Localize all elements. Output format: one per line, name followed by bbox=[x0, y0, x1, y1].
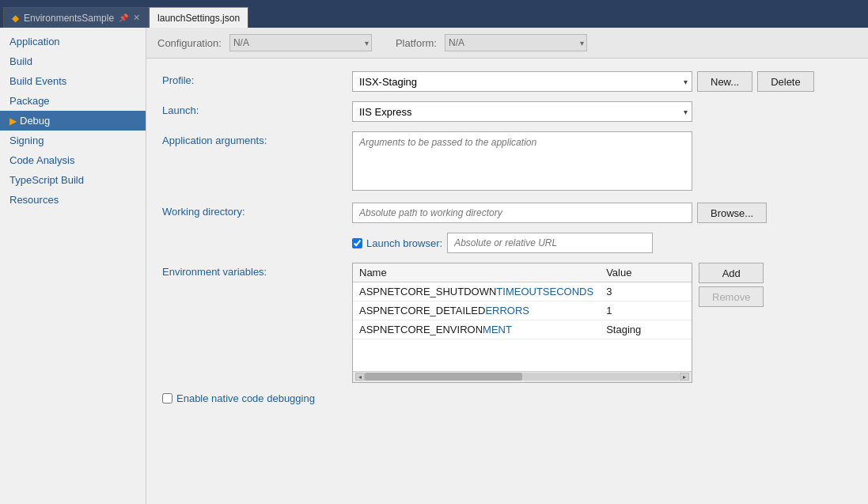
sidebar-item-label: Build Events bbox=[9, 75, 66, 87]
launch-select[interactable]: IIS Express bbox=[352, 101, 692, 122]
sidebar-item-typescript-build[interactable]: TypeScript Build bbox=[0, 170, 146, 190]
env-name-prefix: ASPNETCORE_SHUTDOWN bbox=[359, 286, 496, 297]
enable-native-checkbox[interactable] bbox=[162, 393, 172, 404]
configuration-label: Configuration: bbox=[157, 37, 222, 49]
env-name-prefix: ASPNETCORE_ENVIRON bbox=[359, 324, 483, 335]
env-table: Name Value ASPNETCORE_SHUTDOWNTIMEOUTSEC… bbox=[353, 263, 692, 371]
working-dir-input[interactable] bbox=[352, 203, 692, 223]
content-area: Configuration: N/A Platform: N/A Profile… bbox=[146, 28, 868, 504]
launch-browser-row: Launch browser: bbox=[162, 233, 852, 253]
tab-label-active: launchSettings.json bbox=[157, 13, 240, 24]
sidebar-item-label: Build bbox=[9, 55, 32, 67]
tab-close-icon[interactable]: ✕ bbox=[133, 13, 140, 23]
env-side-buttons: Add Remove bbox=[699, 263, 764, 307]
profile-control: IISX-Staging ▾ New... Delete bbox=[352, 71, 852, 92]
config-bar: Configuration: N/A Platform: N/A bbox=[146, 28, 868, 59]
env-name-suffix: MENT bbox=[483, 324, 512, 335]
launch-browser-checkbox-label: Launch browser: bbox=[352, 237, 442, 249]
sidebar-item-label: Signing bbox=[9, 135, 44, 146]
sidebar-item-resources[interactable]: Resources bbox=[0, 190, 146, 210]
main-layout: Application Build Build Events Package ▶… bbox=[0, 28, 868, 504]
launch-browser-label-spacer bbox=[162, 233, 352, 236]
platform-select[interactable]: N/A bbox=[445, 34, 587, 51]
env-vars-control: Name Value ASPNETCORE_SHUTDOWNTIMEOUTSEC… bbox=[352, 263, 852, 383]
table-row[interactable]: ASPNETCORE_DETAILEDERRORS 1 bbox=[353, 301, 692, 320]
env-name-suffix: ERRORS bbox=[485, 305, 529, 316]
env-name-cell: ASPNETCORE_SHUTDOWNTIMEOUTSECONDS bbox=[353, 282, 600, 301]
working-dir-row: Working directory: Browse... bbox=[162, 203, 852, 223]
configuration-select[interactable]: N/A bbox=[229, 34, 372, 51]
scroll-track bbox=[365, 373, 680, 381]
platform-label: Platform: bbox=[396, 37, 437, 49]
sidebar-item-debug[interactable]: ▶ Debug bbox=[0, 111, 146, 131]
launch-browser-text: Launch browser: bbox=[366, 237, 442, 249]
env-table-scrollbar[interactable]: ◂ ▸ bbox=[353, 371, 692, 382]
sidebar-item-label: Resources bbox=[9, 194, 59, 206]
title-bar: ◆ EnvironmentsSample 📌 ✕ launchSettings.… bbox=[0, 0, 868, 28]
env-name-prefix: ASPNETCORE_DETAILED bbox=[359, 305, 485, 316]
sidebar-item-signing[interactable]: Signing bbox=[0, 131, 146, 150]
launch-label: Launch: bbox=[162, 101, 352, 116]
sidebar-item-label: TypeScript Build bbox=[9, 174, 84, 186]
env-value-header: Value bbox=[600, 263, 692, 282]
launch-row: Launch: IIS Express ▾ bbox=[162, 101, 852, 122]
sidebar-item-application[interactable]: Application bbox=[0, 32, 146, 51]
profile-label: Profile: bbox=[162, 71, 352, 86]
launch-browser-control: Launch browser: bbox=[352, 233, 852, 253]
add-button[interactable]: Add bbox=[699, 263, 764, 283]
env-value-cell: 3 bbox=[600, 282, 692, 301]
tab-launch-settings[interactable]: launchSettings.json bbox=[149, 7, 248, 28]
sidebar-item-label: Application bbox=[9, 36, 60, 47]
new-button[interactable]: New... bbox=[697, 71, 752, 92]
scroll-left-button[interactable]: ◂ bbox=[355, 373, 365, 381]
form-area: Profile: IISX-Staging ▾ New... Delete bbox=[146, 59, 868, 417]
sidebar-item-label: Package bbox=[9, 95, 50, 107]
enable-native-label: Enable native code debugging bbox=[176, 392, 315, 404]
env-vars-wrapper: Name Value ASPNETCORE_SHUTDOWNTIMEOUTSEC… bbox=[352, 263, 852, 383]
tab-icon: ◆ bbox=[12, 13, 19, 24]
env-table-container: Name Value ASPNETCORE_SHUTDOWNTIMEOUTSEC… bbox=[352, 263, 692, 383]
working-dir-label: Working directory: bbox=[162, 203, 352, 218]
platform-select-wrapper: N/A bbox=[445, 34, 587, 51]
env-name-header: Name bbox=[353, 263, 600, 282]
profile-dropdown-wrapper: IISX-Staging ▾ bbox=[352, 71, 692, 92]
remove-button[interactable]: Remove bbox=[699, 286, 764, 307]
env-value-cell: Staging bbox=[600, 320, 692, 339]
tab-pin-icon[interactable]: 📌 bbox=[119, 13, 128, 22]
profile-row: Profile: IISX-Staging ▾ New... Delete bbox=[162, 71, 852, 92]
table-row[interactable]: ASPNETCORE_ENVIRONMENT Staging bbox=[353, 320, 692, 339]
sidebar: Application Build Build Events Package ▶… bbox=[0, 28, 146, 504]
app-args-textarea[interactable] bbox=[352, 131, 692, 191]
app-args-control bbox=[352, 131, 852, 193]
app-args-label: Application arguments: bbox=[162, 131, 352, 146]
launch-dropdown-wrapper: IIS Express ▾ bbox=[352, 101, 692, 122]
sidebar-item-build-events[interactable]: Build Events bbox=[0, 71, 146, 91]
sidebar-item-label: Debug bbox=[20, 115, 50, 127]
launch-control: IIS Express ▾ bbox=[352, 101, 852, 122]
configuration-select-wrapper: N/A bbox=[229, 34, 372, 51]
sidebar-item-package[interactable]: Package bbox=[0, 91, 146, 111]
sidebar-item-label: Code Analysis bbox=[9, 154, 74, 166]
browse-button[interactable]: Browse... bbox=[697, 203, 767, 223]
working-dir-control: Browse... bbox=[352, 203, 852, 223]
tab-environments-sample[interactable]: ◆ EnvironmentsSample 📌 ✕ bbox=[3, 7, 149, 28]
sidebar-item-build[interactable]: Build bbox=[0, 51, 146, 71]
scroll-thumb bbox=[365, 373, 522, 381]
scroll-right-button[interactable]: ▸ bbox=[680, 373, 689, 381]
env-vars-label: Environment variables: bbox=[162, 263, 352, 278]
profile-select[interactable]: IISX-Staging bbox=[352, 71, 692, 92]
env-vars-row: Environment variables: Name Value bbox=[162, 263, 852, 383]
profile-input-row: IISX-Staging ▾ New... Delete bbox=[352, 71, 852, 92]
delete-button[interactable]: Delete bbox=[757, 71, 814, 92]
sidebar-item-code-analysis[interactable]: Code Analysis bbox=[0, 150, 146, 170]
launch-browser-checkbox[interactable] bbox=[352, 238, 362, 248]
env-value-cell: 1 bbox=[600, 301, 692, 320]
env-name-cell: ASPNETCORE_DETAILEDERRORS bbox=[353, 301, 600, 320]
table-row[interactable]: ASPNETCORE_SHUTDOWNTIMEOUTSECONDS 3 bbox=[353, 282, 692, 301]
native-debug-row: Enable native code debugging bbox=[162, 392, 852, 404]
env-table-header-row: Name Value bbox=[353, 263, 692, 282]
tab-label: EnvironmentsSample bbox=[24, 13, 114, 24]
env-name-cell: ASPNETCORE_ENVIRONMENT bbox=[353, 320, 600, 339]
launch-browser-url-input[interactable] bbox=[447, 233, 653, 253]
active-indicator-icon: ▶ bbox=[9, 116, 17, 127]
